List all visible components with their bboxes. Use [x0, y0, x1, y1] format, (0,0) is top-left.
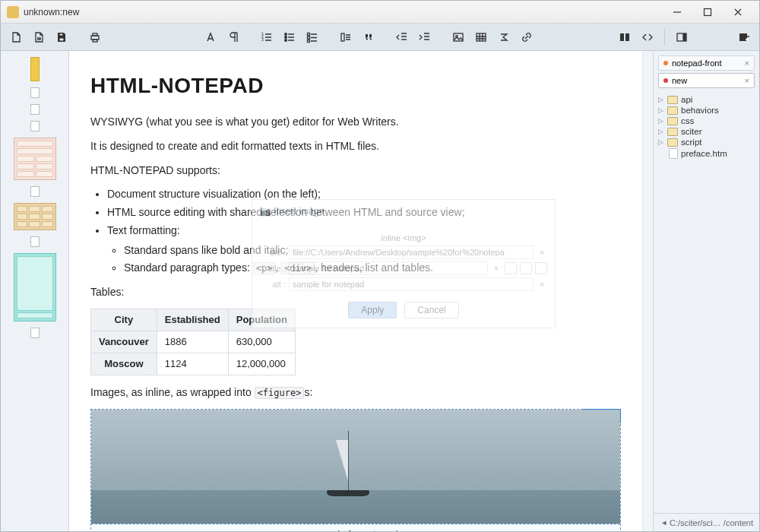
task-list-button[interactable] — [302, 27, 323, 48]
svg-rect-0 — [705, 8, 711, 15]
file-tab-active[interactable]: new × — [658, 73, 755, 88]
print-button[interactable] — [84, 27, 106, 48]
table-cell[interactable]: 1124 — [157, 353, 228, 375]
svg-rect-18 — [477, 33, 486, 41]
doc-paragraph[interactable]: WYSIWYG (what you see is what you get) e… — [90, 114, 621, 131]
add-item-button[interactable] — [733, 27, 755, 48]
table-row[interactable]: Moscow 1124 12,000,000 — [91, 353, 296, 375]
outline-block[interactable] — [30, 121, 40, 131]
doc-text: , — [275, 261, 281, 274]
table-row[interactable]: City Established Population — [91, 309, 296, 331]
doc-paragraph[interactable]: Tables: — [90, 284, 621, 301]
table-cell[interactable]: 12,000,000 — [228, 353, 295, 375]
file-icon — [669, 148, 678, 159]
tree-item-folder[interactable]: ▷css — [658, 116, 755, 126]
table-cell[interactable]: 1886 — [157, 331, 228, 353]
tab-dot-icon — [663, 78, 668, 83]
svg-point-9 — [285, 33, 287, 35]
svg-rect-3 — [91, 36, 99, 40]
doc-text: , headers, list and tables. — [315, 261, 433, 274]
definition-list-button[interactable] — [335, 27, 356, 48]
tree-item-folder[interactable]: ▷script — [658, 137, 755, 147]
svg-rect-2 — [59, 38, 64, 41]
tab-close-icon[interactable]: × — [745, 76, 749, 85]
figure-caption[interactable]: sample for notepad — [91, 524, 620, 531]
outline-figure-block[interactable] — [14, 253, 56, 321]
indent-button[interactable] — [414, 27, 435, 48]
tree-item-folder[interactable]: ▷behaviors — [658, 105, 755, 116]
insert-table-button[interactable] — [470, 27, 492, 48]
minimize-button[interactable] — [662, 2, 692, 23]
outline-block-h1[interactable] — [30, 57, 40, 81]
doc-table[interactable]: City Established Population Vancouver 18… — [90, 309, 296, 375]
tree-item-folder[interactable]: ▷sciter — [658, 126, 755, 137]
doc-list[interactable]: Document structure visualization (on the… — [107, 186, 621, 276]
outline-table-block[interactable] — [14, 203, 56, 230]
unordered-list-button[interactable] — [279, 27, 300, 48]
outline-block[interactable] — [30, 186, 40, 197]
doc-list-item[interactable]: Standard paragraph types: <p>, <div>, he… — [124, 260, 621, 277]
paragraph-button[interactable] — [223, 27, 244, 48]
doc-h1[interactable]: HTML-NOTEPAD — [90, 69, 621, 102]
editor[interactable]: HTML-NOTEPAD WYSIWYG (what you see is wh… — [69, 51, 642, 531]
outline-list-block[interactable] — [14, 138, 56, 180]
view-source-button[interactable] — [637, 27, 658, 48]
doc-paragraph[interactable]: It is designed to create and edit format… — [90, 138, 621, 155]
doc-list-item[interactable]: Standard spans like bold and italic; — [124, 242, 621, 259]
doc-list-item[interactable]: Text formatting: Standard spans like bol… — [107, 223, 621, 277]
folder-icon — [667, 96, 678, 104]
insert-image-button[interactable] — [448, 27, 469, 48]
table-cell[interactable]: 630,000 — [228, 331, 295, 353]
file-tab[interactable]: notepad-front × — [658, 55, 755, 71]
svg-rect-4 — [93, 33, 97, 36]
doc-list-item[interactable]: HTML source editing with shared selectio… — [107, 204, 621, 221]
svg-rect-19 — [620, 33, 624, 41]
doc-paragraph[interactable]: Images, as inline, as wrapped into <figu… — [90, 385, 621, 401]
svg-rect-16 — [454, 33, 463, 41]
outline-block[interactable] — [30, 104, 40, 115]
tree-label: preface.htm — [681, 149, 727, 158]
table-cell[interactable]: Moscow — [91, 353, 157, 375]
svg-text:3: 3 — [261, 37, 264, 42]
tab-label: new — [672, 76, 687, 85]
outdent-button[interactable] — [391, 27, 413, 48]
toggle-columns-button[interactable] — [614, 27, 635, 48]
table-header[interactable]: Population — [228, 309, 295, 331]
figure-image[interactable] — [91, 410, 620, 524]
close-button[interactable] — [723, 2, 753, 23]
maximize-button[interactable] — [692, 2, 723, 23]
outline-block[interactable] — [30, 87, 40, 98]
app-icon — [7, 6, 19, 18]
tree-item-folder[interactable]: ▷api — [658, 94, 755, 105]
tree-label: behaviors — [681, 106, 719, 115]
svg-rect-14 — [308, 40, 310, 42]
doc-text: Text formatting: — [107, 224, 180, 236]
font-button[interactable] — [200, 27, 221, 48]
tree-item-file[interactable]: preface.htm — [658, 147, 755, 160]
svg-rect-1 — [59, 33, 63, 36]
blockquote-button[interactable] — [358, 27, 379, 48]
toggle-sidebar-button[interactable] — [671, 27, 692, 48]
doc-paragraph[interactable]: HTML-NOTEPAD supports: — [90, 163, 621, 179]
outline-block[interactable] — [30, 236, 40, 247]
open-file-button[interactable] — [28, 27, 49, 48]
doc-figure[interactable]: <figure> sample for notepad — [90, 409, 621, 531]
table-header[interactable]: City — [91, 309, 157, 331]
svg-rect-5 — [93, 40, 97, 42]
tree-label: api — [681, 95, 692, 104]
outline-block[interactable] — [30, 328, 40, 338]
file-tree[interactable]: ▷api ▷behaviors ▷css ▷sciter ▷script pre… — [654, 91, 759, 513]
table-cell[interactable]: Vancouver — [91, 331, 157, 353]
insert-formula-button[interactable] — [493, 27, 515, 48]
insert-link-button[interactable] — [516, 27, 537, 48]
doc-list-item[interactable]: Document structure visualization (on the… — [107, 186, 621, 203]
tab-close-icon[interactable]: × — [745, 59, 749, 68]
svg-point-10 — [285, 36, 287, 38]
editor-scrollbar[interactable] — [642, 51, 653, 531]
new-file-button[interactable] — [5, 27, 27, 48]
save-button[interactable] — [51, 27, 72, 48]
table-header[interactable]: Established — [157, 309, 228, 331]
ordered-list-button[interactable]: 123 — [256, 27, 277, 48]
outline-column[interactable] — [1, 51, 69, 531]
table-row[interactable]: Vancouver 1886 630,000 — [91, 331, 296, 353]
